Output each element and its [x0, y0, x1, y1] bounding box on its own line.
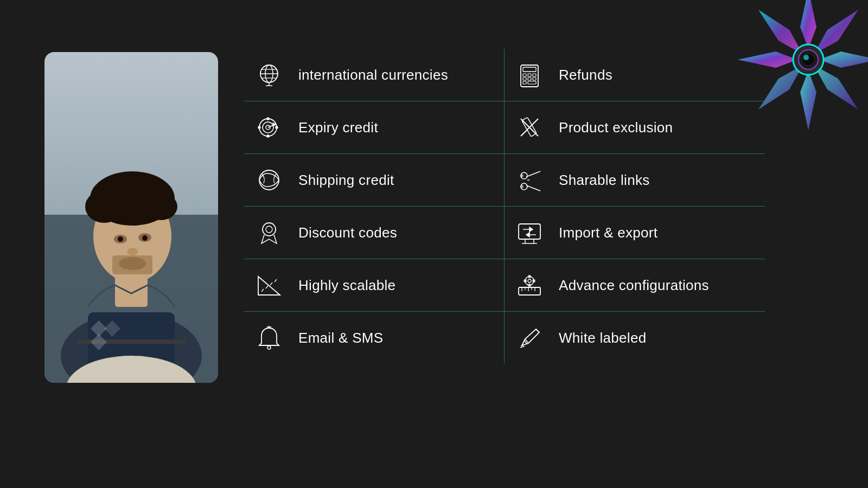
svg-marker-27 [758, 65, 803, 110]
svg-rect-40 [523, 67, 536, 72]
calculator-icon [515, 61, 544, 89]
feature-product-exclusion: Product exclusion [505, 101, 765, 154]
feature-email-sms: Email & SMS [244, 312, 505, 364]
feature-refunds: Refunds [505, 49, 765, 101]
feature-shipping-credit: Shipping credit [244, 154, 505, 207]
highly-scalable-label: Highly scalable [298, 277, 395, 294]
feature-highly-scalable: Highly scalable [244, 259, 505, 312]
shipping-icon [255, 166, 283, 194]
svg-line-82 [266, 286, 268, 288]
svg-marker-23 [819, 52, 868, 68]
svg-rect-96 [533, 280, 535, 282]
feature-advance-configurations: Advance configurations [505, 259, 765, 312]
svg-rect-42 [528, 74, 531, 76]
pencil-cross-icon [515, 113, 544, 142]
svg-rect-48 [528, 81, 536, 84]
product-exclusion-label: Product exclusion [559, 119, 673, 136]
config-icon [515, 271, 544, 299]
svg-point-66 [521, 185, 523, 188]
svg-point-14 [118, 236, 123, 242]
svg-point-56 [258, 126, 260, 129]
svg-point-16 [127, 248, 138, 255]
bell-icon [255, 324, 283, 352]
svg-rect-44 [523, 78, 526, 80]
sharable-links-label: Sharable links [559, 172, 650, 189]
scale-icon [255, 271, 283, 299]
svg-point-11 [124, 179, 165, 207]
svg-point-65 [521, 175, 523, 177]
svg-point-55 [267, 135, 269, 137]
svg-rect-47 [523, 81, 526, 84]
svg-point-97 [267, 346, 271, 349]
svg-marker-79 [526, 233, 529, 237]
shipping-credit-label: Shipping credit [298, 172, 394, 189]
svg-point-92 [528, 279, 531, 282]
email-sms-label: Email & SMS [298, 330, 383, 346]
svg-line-84 [275, 279, 277, 282]
svg-line-67 [526, 171, 540, 177]
svg-point-54 [267, 118, 269, 120]
svg-rect-93 [528, 275, 531, 278]
svg-marker-24 [758, 10, 803, 54]
feature-sharable-links: Sharable links [505, 154, 765, 207]
svg-point-31 [803, 55, 809, 60]
white-labeled-label: White labeled [559, 330, 646, 346]
svg-rect-94 [528, 284, 531, 286]
svg-line-81 [261, 289, 264, 292]
svg-rect-41 [523, 74, 526, 76]
person-photo [44, 52, 218, 383]
svg-marker-25 [814, 65, 858, 110]
svg-marker-77 [529, 227, 533, 232]
scissors-icon [515, 166, 544, 194]
svg-marker-26 [814, 10, 858, 54]
svg-point-57 [276, 126, 278, 129]
feature-white-labeled: White labeled [505, 312, 765, 364]
svg-marker-20 [800, 0, 816, 49]
pen-icon [515, 324, 544, 352]
svg-rect-39 [521, 65, 538, 87]
feature-import-export: Import & export [505, 207, 765, 259]
svg-line-68 [526, 185, 540, 191]
globe-icon [255, 61, 283, 89]
svg-rect-45 [528, 78, 531, 80]
svg-line-100 [536, 329, 539, 332]
feature-expiry-credit: Expiry credit [244, 101, 505, 154]
refunds-label: Refunds [559, 67, 612, 84]
import-export-label: Import & export [559, 224, 658, 241]
svg-rect-95 [524, 280, 526, 282]
expiry-credit-label: Expiry credit [298, 119, 378, 136]
international-currencies-label: international currencies [298, 67, 448, 84]
advance-configurations-label: Advance configurations [559, 277, 709, 294]
svg-line-83 [270, 282, 272, 285]
expiry-icon [255, 113, 283, 142]
feature-international-currencies: international currencies [244, 49, 505, 101]
import-export-icon [515, 219, 544, 247]
discount-codes-label: Discount codes [298, 224, 397, 241]
svg-point-71 [266, 226, 272, 233]
svg-point-70 [263, 223, 276, 236]
svg-rect-46 [533, 78, 536, 80]
svg-marker-21 [800, 70, 816, 130]
svg-rect-18 [112, 255, 152, 274]
svg-point-15 [142, 235, 148, 241]
feature-discount-codes: Discount codes [244, 207, 505, 259]
svg-rect-43 [533, 74, 536, 76]
features-grid: international currencies Refunds [244, 49, 765, 364]
badge-icon [255, 219, 283, 247]
